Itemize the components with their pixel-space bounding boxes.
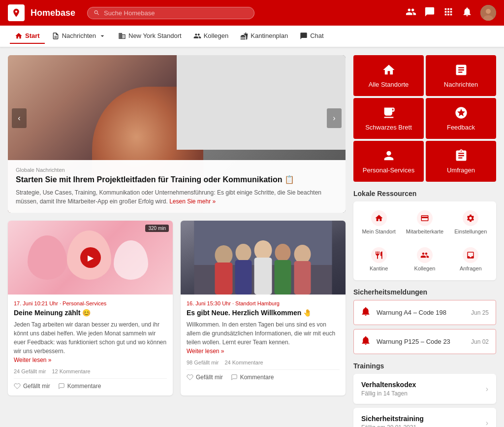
comment-icon — [58, 383, 65, 390]
main-content: ‹ › Globale Nachrichten Starten Sie mit … — [0, 47, 504, 427]
comment-icon-2 — [231, 374, 238, 381]
building-icon — [118, 32, 126, 40]
card-1-body: 17. Juni 10:21 Uhr · Personal-Services D… — [8, 295, 173, 395]
subnav-kantinen[interactable]: Kantinenplan — [235, 29, 293, 44]
card-2-read-more[interactable]: Weiter lesen » — [187, 348, 224, 355]
heart-icon-2 — [187, 374, 193, 381]
card-1-title: Deine Meinung zählt 😊 — [14, 308, 167, 317]
quick-feedback[interactable]: Feedback — [426, 98, 496, 139]
chat-nav-icon — [300, 32, 308, 40]
balloon-2 — [114, 240, 148, 280]
search-bar[interactable] — [87, 7, 254, 19]
grid-icon[interactable] — [443, 6, 454, 20]
nav-icons — [406, 5, 496, 21]
card-1-image: 320 min ▶ — [8, 221, 173, 295]
balloon-1 — [28, 235, 67, 280]
svg-rect-6 — [215, 263, 233, 295]
alert-item-2[interactable]: Warnung P125 – Code 23 Jun 02 — [353, 329, 496, 354]
resource-kantine[interactable]: Kantine — [357, 242, 400, 276]
people-icon[interactable] — [406, 6, 416, 20]
security-alerts-section: Sicherheitsmeldungen Warnung A4 – Code 1… — [353, 288, 496, 354]
resource-grid: Mein Standort Mitarbeiterkarte Einstellu… — [353, 201, 496, 280]
play-button[interactable]: ▶ — [80, 247, 101, 268]
svg-point-11 — [275, 244, 291, 262]
card-1-read-more[interactable]: Weiter lesen » — [14, 357, 51, 363]
resource-home-icon — [371, 210, 387, 226]
security-title: Sicherheitsmeldungen — [353, 288, 496, 296]
alert-text-2: Warnung P125 – Code 23 — [377, 338, 465, 345]
local-resources-title: Lokale Ressourcen — [353, 190, 496, 197]
subnav-newyork[interactable]: New York Standort — [113, 29, 187, 44]
news-quick-icon — [454, 63, 468, 77]
trainings-title: Trainings — [353, 362, 496, 370]
subnav-nachrichten[interactable]: Nachrichten — [47, 29, 111, 44]
newspaper-icon — [52, 32, 60, 40]
resource-mitarbeiterkarte[interactable]: Mitarbeiterkarte — [403, 205, 446, 239]
right-column: Alle Standorte Nachrichten Schwarzes Bre… — [353, 55, 496, 427]
alert-icon-2 — [361, 335, 371, 348]
card-1-stats: 24 Gefällt mir 12 Kommentare — [14, 368, 167, 374]
card-1-date: 17. Juni 10:21 Uhr · Personal-Services — [14, 300, 167, 306]
resource-food-icon — [371, 247, 387, 263]
hero-overlay: Globale Nachrichten Starten Sie mit Ihre… — [8, 160, 346, 213]
person-quick-icon — [382, 149, 396, 163]
slider-next-button[interactable]: › — [327, 108, 342, 128]
svg-point-7 — [236, 244, 252, 262]
card-2-body: 16. Juni 15:30 Uhr · Standort Hamburg Es… — [181, 295, 346, 387]
board-quick-icon — [382, 106, 396, 120]
left-column: ‹ › Globale Nachrichten Starten Sie mit … — [8, 55, 346, 427]
app-logo[interactable] — [8, 4, 25, 21]
search-input[interactable] — [104, 9, 248, 17]
quick-nachrichten[interactable]: Nachrichten — [426, 55, 496, 96]
quick-personal-services[interactable]: Personal-Services — [353, 141, 424, 182]
quick-access-grid: Alle Standorte Nachrichten Schwarzes Bre… — [353, 55, 496, 182]
card-1-comment-button[interactable]: Kommentare — [58, 383, 101, 390]
app-title: Homebase — [31, 8, 75, 18]
people-nav-icon — [193, 32, 201, 40]
card-2-comment-button[interactable]: Kommentare — [231, 374, 274, 381]
avatar[interactable] — [480, 5, 496, 21]
hero-bg-right — [177, 55, 346, 150]
resource-people-icon — [417, 247, 433, 263]
training-1-due: Fällig in 14 Tagen — [361, 390, 486, 397]
resource-mein-standort[interactable]: Mein Standort — [357, 205, 400, 239]
card-2-like-button[interactable]: Gefällt mir — [187, 374, 223, 381]
card-2-text: Willkommen. In den ersten Tagen bei uns … — [187, 320, 340, 356]
quick-schwarzes-brett[interactable]: Schwarzes Brett — [353, 98, 424, 139]
training-1-title: Verhaltenskodex — [361, 381, 486, 389]
subnav-start[interactable]: Start — [10, 29, 45, 44]
trainings-section: Trainings Verhaltenskodex Fällig in 14 T… — [353, 362, 496, 427]
sub-navigation: Start Nachrichten New York Standort Koll… — [0, 26, 504, 47]
quick-umfragen[interactable]: Umfragen — [426, 141, 496, 182]
resource-kollegen[interactable]: Kollegen — [403, 242, 446, 276]
slider-prev-button[interactable]: ‹ — [12, 108, 27, 128]
chat-icon[interactable] — [424, 6, 435, 20]
card-2-image — [181, 221, 346, 295]
svg-rect-10 — [254, 258, 272, 295]
alert-date-1: Jun 25 — [471, 309, 489, 316]
hero-slider: ‹ › Globale Nachrichten Starten Sie mit … — [8, 55, 346, 213]
notification-icon[interactable] — [462, 6, 472, 20]
svg-point-13 — [294, 245, 311, 263]
card-deine-meinung: 320 min ▶ 17. Juni 10:21 Uhr · Personal-… — [8, 221, 173, 395]
cards-row: 320 min ▶ 17. Juni 10:21 Uhr · Personal-… — [8, 221, 346, 395]
training-2-arrow-icon: › — [486, 419, 488, 427]
hero-read-more-link[interactable]: Lesen Sie mehr » — [169, 198, 216, 205]
subnav-kollegen[interactable]: Kollegen — [189, 29, 234, 44]
resource-anfragen[interactable]: Anfragen — [449, 242, 492, 276]
card-2-stats: 98 Gefällt mir 24 Kommentare — [187, 360, 340, 365]
training-item-1[interactable]: Verhaltenskodex Fällig in 14 Tagen › — [353, 374, 496, 404]
quick-alle-standorte[interactable]: Alle Standorte — [353, 55, 424, 96]
survey-quick-icon — [454, 149, 468, 163]
svg-rect-8 — [235, 260, 252, 295]
card-1-like-button[interactable]: Gefällt mir — [14, 383, 50, 390]
food-nav-icon — [240, 32, 248, 40]
training-1-content: Verhaltenskodex Fällig in 14 Tagen — [361, 381, 486, 397]
resource-einstellungen[interactable]: Einstellungen — [449, 205, 492, 239]
alert-item-1[interactable]: Warnung A4 – Code 198 Jun 25 — [353, 300, 496, 325]
hero-category-label: Globale Nachrichten — [16, 167, 338, 173]
subnav-chat[interactable]: Chat — [295, 29, 328, 44]
training-item-2[interactable]: Sicherheitstraining Fällig am 20.01.2021… — [353, 408, 496, 427]
card-1-actions: Gefällt mir Kommentare — [14, 378, 167, 390]
svg-rect-14 — [294, 261, 311, 295]
